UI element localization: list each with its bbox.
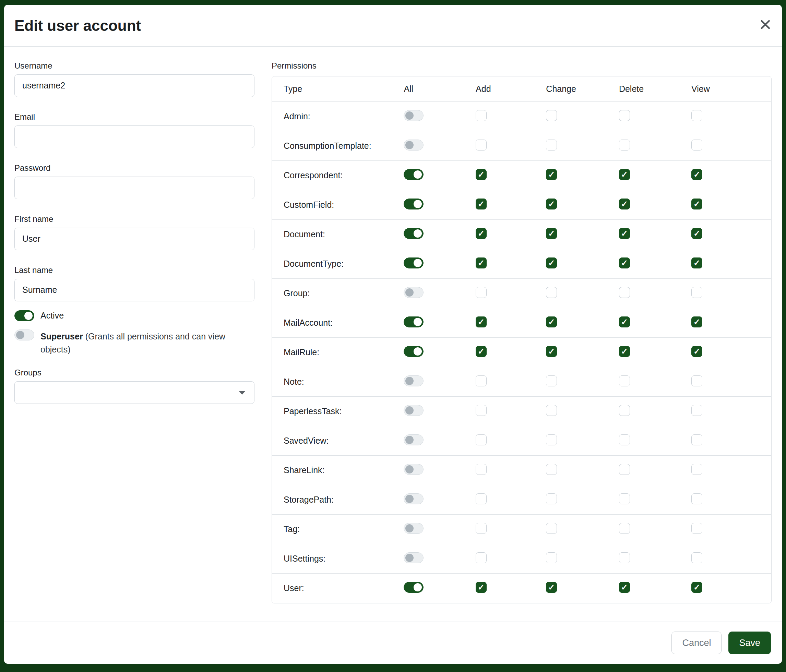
change-checkbox[interactable] — [546, 375, 557, 386]
change-checkbox[interactable] — [546, 198, 557, 209]
view-checkbox[interactable] — [691, 523, 702, 534]
all-toggle[interactable] — [404, 346, 423, 357]
delete-checkbox[interactable] — [619, 110, 630, 121]
add-checkbox[interactable] — [476, 464, 487, 475]
view-checkbox[interactable] — [691, 375, 702, 386]
change-checkbox[interactable] — [546, 316, 557, 327]
view-checkbox[interactable] — [691, 316, 702, 327]
last-name-input[interactable] — [14, 279, 255, 301]
delete-checkbox[interactable] — [619, 316, 630, 327]
change-checkbox[interactable] — [546, 228, 557, 239]
change-checkbox[interactable] — [546, 523, 557, 534]
add-checkbox[interactable] — [476, 346, 487, 357]
add-checkbox[interactable] — [476, 257, 487, 268]
view-checkbox[interactable] — [691, 228, 702, 239]
all-toggle[interactable] — [404, 228, 423, 239]
all-toggle[interactable] — [404, 582, 423, 593]
delete-checkbox[interactable] — [619, 464, 630, 475]
delete-checkbox[interactable] — [619, 523, 630, 534]
view-checkbox[interactable] — [691, 552, 702, 563]
view-checkbox[interactable] — [691, 464, 702, 475]
add-checkbox[interactable] — [476, 169, 487, 180]
add-checkbox[interactable] — [476, 375, 487, 386]
superuser-toggle[interactable] — [14, 330, 34, 341]
permissions-table-container: TypeAllAddChangeDeleteView Admin:Consump… — [272, 76, 772, 603]
add-checkbox[interactable] — [476, 140, 487, 151]
permission-type-label: UISettings: — [272, 544, 404, 574]
change-checkbox[interactable] — [546, 257, 557, 268]
view-checkbox[interactable] — [691, 257, 702, 268]
all-toggle[interactable] — [404, 316, 423, 327]
delete-checkbox[interactable] — [619, 228, 630, 239]
all-toggle[interactable] — [404, 405, 423, 416]
view-checkbox[interactable] — [691, 198, 702, 209]
change-checkbox[interactable] — [546, 110, 557, 121]
view-checkbox[interactable] — [691, 110, 702, 121]
delete-checkbox[interactable] — [619, 169, 630, 180]
add-checkbox[interactable] — [476, 110, 487, 121]
delete-checkbox[interactable] — [619, 582, 630, 593]
add-checkbox[interactable] — [476, 198, 487, 209]
all-toggle[interactable] — [404, 552, 423, 563]
all-toggle[interactable] — [404, 493, 423, 504]
groups-select[interactable] — [14, 381, 255, 404]
close-icon[interactable]: × — [759, 14, 772, 35]
all-toggle[interactable] — [404, 110, 423, 121]
all-toggle[interactable] — [404, 434, 423, 445]
change-checkbox[interactable] — [546, 346, 557, 357]
change-checkbox[interactable] — [546, 287, 557, 298]
delete-checkbox[interactable] — [619, 552, 630, 563]
change-checkbox[interactable] — [546, 582, 557, 593]
change-checkbox[interactable] — [546, 464, 557, 475]
view-checkbox[interactable] — [691, 434, 702, 445]
view-checkbox[interactable] — [691, 169, 702, 180]
all-toggle[interactable] — [404, 169, 423, 180]
all-toggle[interactable] — [404, 257, 423, 268]
add-checkbox[interactable] — [476, 582, 487, 593]
delete-checkbox[interactable] — [619, 346, 630, 357]
cancel-button[interactable]: Cancel — [671, 631, 722, 654]
all-toggle[interactable] — [404, 523, 423, 534]
change-checkbox[interactable] — [546, 493, 557, 504]
add-checkbox[interactable] — [476, 434, 487, 445]
add-checkbox[interactable] — [476, 316, 487, 327]
view-checkbox[interactable] — [691, 140, 702, 151]
all-toggle[interactable] — [404, 198, 423, 209]
all-toggle[interactable] — [404, 375, 423, 386]
all-toggle[interactable] — [404, 287, 423, 298]
delete-checkbox[interactable] — [619, 257, 630, 268]
username-input[interactable] — [14, 74, 255, 97]
password-input[interactable] — [14, 177, 255, 199]
delete-checkbox[interactable] — [619, 198, 630, 209]
change-checkbox[interactable] — [546, 405, 557, 416]
change-checkbox[interactable] — [546, 169, 557, 180]
view-checkbox[interactable] — [691, 405, 702, 416]
delete-checkbox[interactable] — [619, 375, 630, 386]
add-checkbox[interactable] — [476, 552, 487, 563]
all-toggle[interactable] — [404, 140, 423, 151]
delete-checkbox[interactable] — [619, 434, 630, 445]
change-checkbox[interactable] — [546, 434, 557, 445]
view-checkbox[interactable] — [691, 493, 702, 504]
email-input[interactable] — [14, 126, 255, 148]
view-checkbox[interactable] — [691, 287, 702, 298]
active-toggle[interactable] — [14, 310, 34, 321]
add-checkbox[interactable] — [476, 287, 487, 298]
first-name-input[interactable] — [14, 228, 255, 250]
permission-type-label: ShareLink: — [272, 456, 404, 485]
delete-checkbox[interactable] — [619, 493, 630, 504]
view-checkbox[interactable] — [691, 346, 702, 357]
delete-checkbox[interactable] — [619, 405, 630, 416]
add-checkbox[interactable] — [476, 523, 487, 534]
groups-label: Groups — [14, 368, 255, 377]
delete-checkbox[interactable] — [619, 140, 630, 151]
change-checkbox[interactable] — [546, 552, 557, 563]
add-checkbox[interactable] — [476, 405, 487, 416]
all-toggle[interactable] — [404, 464, 423, 475]
add-checkbox[interactable] — [476, 493, 487, 504]
add-checkbox[interactable] — [476, 228, 487, 239]
delete-checkbox[interactable] — [619, 287, 630, 298]
change-checkbox[interactable] — [546, 140, 557, 151]
save-button[interactable]: Save — [728, 631, 771, 654]
view-checkbox[interactable] — [691, 582, 702, 593]
